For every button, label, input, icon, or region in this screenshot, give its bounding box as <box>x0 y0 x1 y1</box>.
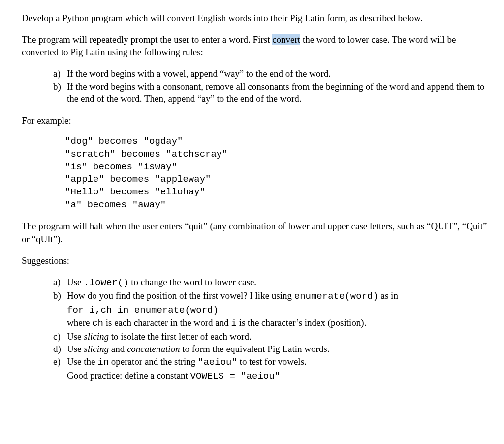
text: to test for vowels. <box>237 356 307 367</box>
code: in <box>97 357 109 368</box>
list-text: Use slicing to isolate the first letter … <box>67 330 487 343</box>
list-text: How do you find the position of the firs… <box>67 289 487 330</box>
code: enumerate(word) <box>294 291 378 302</box>
suggestion-a: a) Use .lower() to change the word to lo… <box>53 276 487 289</box>
example-line: "a" becomes "away" <box>65 199 487 212</box>
emphasis: concatenation <box>127 344 180 354</box>
text: to isolate the first letter of each word… <box>109 331 252 342</box>
examples-block: "dog" becomes "ogday" "scratch" becomes … <box>65 135 487 211</box>
suggestion-b: b) How do you find the position of the f… <box>53 289 487 330</box>
code: VOWELS = "aeiou" <box>190 371 280 381</box>
list-label: a) <box>53 67 67 80</box>
text: The program will repeatedly prompt the u… <box>22 34 272 45</box>
emphasis: slicing <box>84 344 109 354</box>
suggestion-d: d) Use slicing and concatenation to form… <box>53 343 487 355</box>
example-line: "dog" becomes "ogday" <box>65 135 487 148</box>
list-text: Use slicing and concatenation to form th… <box>67 343 487 355</box>
intro-paragraph: Develop a Python program which will conv… <box>22 12 487 25</box>
text: as in <box>378 290 398 301</box>
text: and <box>109 344 127 354</box>
for-example-label: For example: <box>22 114 487 127</box>
example-line: "scratch" becomes "atchscray" <box>65 148 487 161</box>
emphasis: slicing <box>84 331 109 342</box>
list-label: a) <box>53 276 67 289</box>
text: Use <box>67 331 84 342</box>
text: is the character’s index (position). <box>237 317 366 328</box>
text: Use <box>67 277 84 287</box>
rules-list: a) If the word begins with a vowel, appe… <box>53 67 487 105</box>
list-text: If the word begins with a vowel, append … <box>67 67 487 80</box>
example-line: "apple" becomes "appleway" <box>65 173 487 186</box>
suggestion-e: e) Use the in operator and the string "a… <box>53 355 487 382</box>
text: to change the word to lower case. <box>129 277 257 287</box>
suggestions-heading: Suggestions: <box>22 254 487 267</box>
code: for i,ch in enumerate(word) <box>67 305 219 316</box>
list-label: d) <box>53 343 67 355</box>
code: .lower() <box>84 277 128 288</box>
suggestions-list: a) Use .lower() to change the word to lo… <box>53 276 487 382</box>
rule-b: b) If the word begins with a consonant, … <box>53 80 487 105</box>
rule-a: a) If the word begins with a vowel, appe… <box>53 67 487 80</box>
text: Use <box>67 344 84 354</box>
code: i <box>231 318 237 329</box>
list-label: b) <box>53 80 67 105</box>
text: How do you find the position of the firs… <box>67 290 294 301</box>
halt-paragraph: The program will halt when the user ente… <box>22 220 487 245</box>
prompt-paragraph: The program will repeatedly prompt the u… <box>22 33 487 59</box>
text: operator and the string <box>109 356 198 367</box>
list-label: b) <box>53 289 67 330</box>
highlighted-word: convert <box>272 34 300 45</box>
list-text: If the word begins with a consonant, rem… <box>67 80 487 105</box>
text: is each character in the word and <box>103 317 231 328</box>
text: Good practice: define a constant <box>67 370 190 381</box>
list-label: e) <box>53 355 67 382</box>
text: Use the <box>67 356 97 367</box>
list-text: Use .lower() to change the word to lower… <box>67 276 487 289</box>
list-label: c) <box>53 330 67 343</box>
example-line: "is" becomes "isway" <box>65 161 487 174</box>
example-line: "Hello" becomes "ellohay" <box>65 186 487 199</box>
text: to form the equivalent Pig Latin words. <box>180 344 330 354</box>
suggestion-c: c) Use slicing to isolate the first lett… <box>53 330 487 343</box>
list-text: Use the in operator and the string "aeio… <box>67 355 487 382</box>
code: "aeiou" <box>198 357 237 368</box>
text: where <box>67 317 92 328</box>
code: ch <box>92 318 103 329</box>
